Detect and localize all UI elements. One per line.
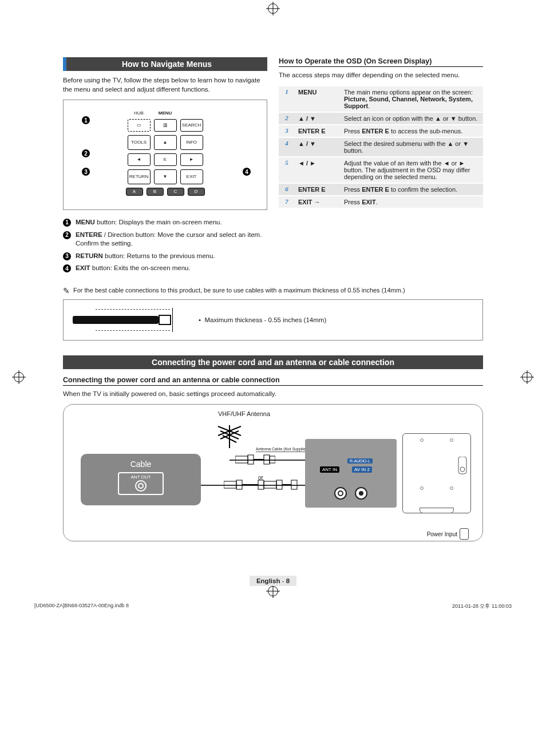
search-button: SEARCH [180, 119, 203, 132]
coax-port-icon [135, 480, 147, 492]
osd-step-5: 5 ◄ / ► Adjust the value of an item with… [279, 157, 483, 183]
cable-thickness-note: ✎ For the best cable connections to this… [63, 287, 483, 295]
tv-back-illustration [402, 433, 471, 513]
desc-bullet-1: 1 [63, 219, 71, 227]
color-d-button: D [188, 188, 205, 196]
antenna-icon [212, 419, 247, 448]
svg-rect-9 [264, 455, 270, 464]
osd-steps-table: 1 MENU The main menu options appear on t… [279, 85, 483, 209]
connecting-subhead: Connecting the power cord and an antenna… [63, 376, 483, 386]
osd-step-1: 1 MENU The main menu options appear on t… [279, 86, 483, 112]
section-title-connecting: Connecting the power cord and an antenna… [63, 355, 483, 369]
cable-thickness-tip-box: • Maximum thickness - 0.55 inches (14mm) [63, 299, 483, 341]
svg-rect-15 [264, 481, 276, 488]
power-input-label: Power Input [427, 531, 457, 537]
page-footer: English - 8 [250, 576, 296, 586]
color-b-button: B [147, 188, 164, 196]
cable-tip-text: Maximum thickness - 0.55 inches (14mm) [204, 316, 326, 323]
connection-diagram: VHF/UHF Antenna Antenna Cable (Not Suppl… [63, 404, 483, 541]
callout-2: 2 [82, 149, 90, 157]
svg-rect-10 [270, 456, 275, 463]
svg-rect-11 [224, 481, 236, 488]
osd-step-2: 2 ▲ / ▼ Select an icon or option with th… [279, 113, 483, 124]
meta-left: [UD6500-ZA]BN68-03527A-00Eng.indb 8 [34, 603, 129, 610]
osd-step-4: 4 ▲ / ▼ Select the desired submenu with … [279, 138, 483, 156]
desc-item-4: 4 EXIT button: Exits the on-screen menu. [63, 264, 267, 273]
osd-step-7: 7 EXIT → Press EXIT. [279, 196, 483, 208]
osd-step-3: 3 ENTER E Press ENTER E to access the su… [279, 125, 483, 137]
svg-rect-6 [235, 456, 248, 463]
desc-bullet-2: 2 [63, 231, 71, 239]
tv-input-panel: ANT IN R-AUDIO-L AV IN 2 [305, 439, 397, 508]
desc-item-2: 2 ENTERE / Direction button: Move the cu… [63, 231, 267, 248]
right-column: How to Operate the OSD (On Screen Displa… [279, 57, 483, 276]
or-label: or [258, 474, 263, 481]
left-column: How to Navigate Menus Before using the T… [63, 57, 267, 276]
menu-button: ▥ [154, 119, 177, 132]
ant-in-port-icon [334, 487, 347, 500]
navigate-intro-text: Before using the TV, follow the steps be… [63, 76, 267, 94]
nav-right-button: ► [180, 153, 203, 166]
svg-rect-18 [291, 480, 297, 489]
desc-bullet-3: 3 [63, 252, 71, 260]
meta-right: 2011-01-28 오후 11:00:03 [452, 603, 512, 610]
enter-button: E [154, 153, 177, 166]
desc-item-3: 3 RETURN button: Returns to the previous… [63, 252, 267, 261]
exit-button: EXIT [180, 169, 203, 184]
color-c-button: C [167, 188, 184, 196]
menu-label: MENU [154, 110, 177, 116]
svg-point-20 [460, 467, 465, 472]
info-button: INFO [180, 135, 203, 150]
callout-4: 4 [243, 168, 251, 176]
nav-down-button: ▼ [154, 169, 177, 184]
avin-badge: AV IN 2 [352, 466, 372, 473]
hub-label: HUB [128, 110, 151, 116]
nav-up-button: ▲ [154, 135, 177, 150]
print-meta-bar: [UD6500-ZA]BN68-03527A-00Eng.indb 8 2011… [34, 603, 512, 610]
ant-out-port: ANT OUT [118, 472, 164, 495]
tools-button: TOOLS [128, 135, 151, 150]
remote-illustration: 1 2 3 4 HUB MENU ▭ ▥ SEARCH TOOLS ▲ INF [63, 100, 267, 210]
note-icon: ✎ [63, 287, 70, 295]
osd-intro: The access steps may differ depending on… [279, 70, 483, 80]
osd-heading: How to Operate the OSD (On Screen Displa… [279, 57, 483, 67]
power-socket-icon [457, 457, 468, 480]
return-button: RETURN [128, 169, 151, 184]
section-title-navigate: How to Navigate Menus [63, 57, 267, 71]
antenna-cable-note: Antenna Cable (Not Supplied) [256, 447, 309, 452]
button-description-list: 1 MENU button: Displays the main on-scre… [63, 218, 267, 273]
cable-sketch [73, 306, 176, 334]
coax-connector-top [235, 453, 275, 466]
connecting-intro: When the TV is initially powered on, bas… [63, 389, 483, 398]
desc-bullet-4: 4 [63, 264, 71, 272]
nav-left-button: ◄ [128, 153, 151, 166]
svg-rect-16 [276, 480, 282, 489]
manual-page: How to Navigate Menus Before using the T… [0, 0, 546, 620]
color-a-button: A [126, 188, 143, 196]
power-plug-icon [460, 528, 469, 540]
svg-rect-7 [248, 455, 254, 464]
cable-wall-box: Cable ANT OUT [81, 454, 201, 505]
callout-3: 3 [82, 168, 90, 176]
cable-note-text: For the best cable connections to this p… [73, 287, 405, 295]
audio-badge: R-AUDIO-L [347, 458, 373, 464]
antenna-label: VHF/UHF Antenna [218, 410, 270, 417]
osd-step-6: 6 ENTER E Press ENTER E to confirm the s… [279, 184, 483, 195]
callout-1: 1 [82, 116, 90, 124]
av-port-icon [355, 487, 367, 500]
svg-rect-14 [258, 480, 264, 489]
svg-rect-12 [236, 480, 242, 489]
desc-item-1: 1 MENU button: Displays the main on-scre… [63, 218, 267, 227]
hub-button: ▭ [128, 119, 151, 132]
ant-in-badge: ANT IN [320, 466, 339, 473]
